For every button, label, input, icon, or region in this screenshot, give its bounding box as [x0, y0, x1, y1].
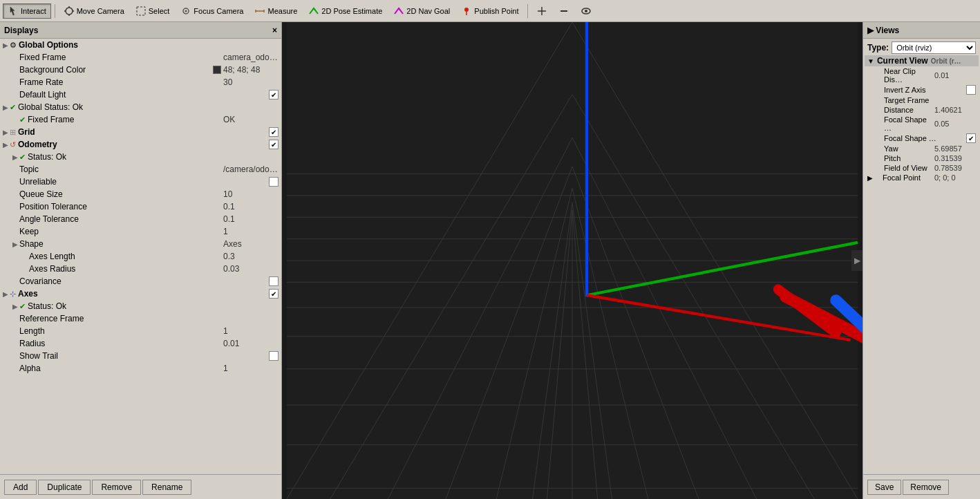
remove-button[interactable]: Remove	[92, 480, 141, 495]
views-prop-value: 0; 0; 0	[934, 173, 976, 182]
row-value: 1	[223, 326, 279, 336]
tree-row[interactable]: ▶✔Status: Ok	[0, 151, 281, 163]
tree-row[interactable]: Topic/camera/odo…	[0, 163, 281, 176]
main-area: Displays × ▶⚙Global OptionsFixed Frameca…	[0, 22, 980, 499]
row-value: 1	[223, 364, 279, 373]
displays-close-button[interactable]: ×	[272, 26, 277, 35]
checkbox[interactable]: ✔	[269, 140, 279, 149]
tree-row[interactable]: Fixed Framecamera_odo…	[0, 51, 281, 64]
tree-row[interactable]: Unreliable	[0, 176, 281, 188]
minus-icon	[558, 6, 569, 17]
tree-row[interactable]: Default Light✔	[0, 88, 281, 101]
views-save-button[interactable]: Save	[867, 480, 901, 495]
svg-line-40	[785, 296, 863, 491]
views-prop-row: Field of View0.78539	[865, 163, 979, 173]
tree-row[interactable]: Radius0.01	[0, 337, 281, 350]
measure-label: Measure	[267, 7, 297, 15]
tree-row[interactable]: ▶↺Odometry✔	[0, 138, 281, 151]
tree-row[interactable]: Length1	[0, 325, 281, 337]
tree-row[interactable]: Axes Radius0.03	[0, 263, 281, 275]
row-value: 30	[223, 77, 279, 87]
checkbox[interactable]: ✔	[269, 127, 279, 137]
tree-row[interactable]: Angle Tolerance0.1	[0, 213, 281, 225]
eye-button[interactable]	[576, 3, 596, 19]
views-prop-row: Yaw5.69857	[865, 144, 979, 153]
tree-row[interactable]: Background Color48; 48; 48	[0, 64, 281, 76]
views-prop-value: 1.40621	[934, 106, 976, 114]
tree-row[interactable]: Axes Length0.3	[0, 250, 281, 263]
rename-button[interactable]: Rename	[142, 480, 191, 495]
views-type-select[interactable]: Orbit (rviz)	[892, 41, 976, 54]
tree-row[interactable]: ▶✔Global Status: Ok	[0, 101, 281, 113]
tree-row[interactable]: ▶⊞Grid✔	[0, 126, 281, 138]
crosshair-button[interactable]	[531, 3, 552, 19]
pose-estimate-button[interactable]: 2D Pose Estimate	[303, 3, 387, 19]
minus-button[interactable]	[554, 3, 574, 19]
focus-camera-label: Focus Camera	[194, 7, 243, 15]
tree-row[interactable]: Covariance	[0, 275, 281, 288]
checkbox[interactable]	[269, 276, 279, 286]
row-label: Length	[19, 326, 223, 336]
views-prop-label: Focal Shape …	[876, 134, 966, 142]
row-label: Alpha	[19, 364, 223, 373]
check-icon: ✔	[19, 115, 26, 124]
views-prop-row: Focal Shape …✔	[865, 133, 979, 144]
tree-row[interactable]: Alpha1	[0, 362, 281, 375]
viewport[interactable]: ▶	[282, 22, 863, 499]
tree-row[interactable]: ▶⚙Global Options	[0, 39, 281, 51]
current-view-arrow: ▼	[867, 57, 874, 65]
checkbox[interactable]: ✔	[269, 289, 279, 299]
tree-row[interactable]: Queue Size10	[0, 188, 281, 200]
interact-label: Interact	[21, 7, 46, 15]
tree-row[interactable]: ▶✔Status: Ok	[0, 300, 281, 312]
tree-row[interactable]: Frame Rate30	[0, 76, 281, 88]
row-label: Axes Radius	[29, 264, 223, 274]
svg-rect-1	[137, 7, 145, 15]
viewport-collapse-button[interactable]: ▶	[851, 250, 863, 271]
tree-row[interactable]: Keep1	[0, 225, 281, 238]
focus-camera-button[interactable]: Focus Camera	[176, 3, 248, 19]
checkbox[interactable]	[269, 351, 279, 361]
move-camera-button[interactable]: Move Camera	[59, 3, 129, 19]
row-label: Angle Tolerance	[19, 214, 223, 224]
checkbox[interactable]	[269, 177, 279, 187]
measure-button[interactable]: Measure	[249, 3, 302, 19]
svg-line-24	[388, 138, 572, 499]
publish-point-icon	[461, 6, 472, 17]
tree-row[interactable]: ▶ShapeAxes	[0, 238, 281, 250]
tree-row[interactable]: ✔Fixed FrameOK	[0, 113, 281, 126]
publish-point-button[interactable]: Publish Point	[456, 3, 523, 19]
row-value: camera_odo…	[223, 53, 279, 62]
row-label: Odometry	[18, 140, 269, 149]
pose-estimate-icon	[308, 6, 319, 17]
row-value: 0.01	[223, 339, 279, 348]
checkbox[interactable]: ✔	[269, 90, 279, 100]
tree-row[interactable]: ▶⊹Axes✔	[0, 288, 281, 300]
nav-goal-label: 2D Nav Goal	[406, 7, 450, 15]
row-value: 10	[223, 189, 279, 199]
views-prop-checkbox[interactable]	[966, 85, 976, 95]
select-button[interactable]: Select	[131, 3, 175, 19]
row-value: 0.3	[223, 252, 279, 261]
expand-arrow: ▶	[3, 129, 10, 136]
svg-line-28	[496, 188, 572, 499]
duplicate-button[interactable]: Duplicate	[38, 480, 91, 495]
expand-arrow: ▶	[12, 303, 19, 310]
tree-row[interactable]: Reference Frame	[0, 312, 281, 325]
color-swatch[interactable]	[213, 66, 221, 74]
interact-button[interactable]: Interact	[3, 3, 51, 19]
separator	[55, 4, 55, 18]
add-button[interactable]: Add	[4, 480, 37, 495]
tree-row[interactable]: Position Tolerance0.1	[0, 200, 281, 213]
expand-arrow: ▶	[3, 290, 10, 298]
tree-row[interactable]: Show Trail	[0, 350, 281, 362]
views-prop-row: Near Clip Dis…0.01	[865, 66, 979, 84]
prop-expand-arrow[interactable]: ▶	[867, 174, 873, 182]
nav-goal-button[interactable]: 2D Nav Goal	[388, 3, 455, 19]
row-label: Fixed Frame	[19, 53, 223, 62]
displays-title: Displays	[4, 26, 38, 35]
views-prop-checkbox[interactable]: ✔	[966, 133, 976, 143]
displays-content[interactable]: ▶⚙Global OptionsFixed Framecamera_odo…Ba…	[0, 39, 281, 474]
views-remove-button[interactable]: Remove	[903, 480, 949, 495]
current-view-section[interactable]: ▼ Current View Orbit (r…	[865, 55, 979, 66]
